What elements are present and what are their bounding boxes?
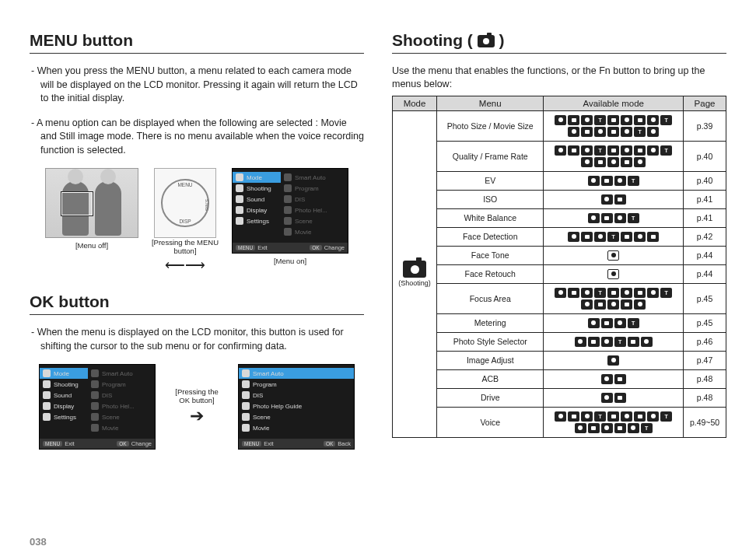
menu-cell: Focus Area <box>437 283 544 313</box>
mode-icon <box>594 157 606 167</box>
mode-icon <box>647 115 659 125</box>
available-mode-cell <box>544 351 684 369</box>
mode-icon <box>601 423 613 433</box>
mode-icon <box>621 127 632 137</box>
mode-icon <box>628 176 639 186</box>
mode-icon <box>614 337 626 347</box>
mode-icon <box>555 145 566 156</box>
mode-icon <box>594 127 606 137</box>
menu-cell: Face Retouch <box>437 264 544 283</box>
page-cell: p.48 <box>684 388 726 407</box>
th-page: Page <box>684 96 726 110</box>
menu-cell: Quality / Frame Rate <box>437 141 544 171</box>
mode-icon <box>555 115 566 125</box>
mode-icon <box>588 318 600 328</box>
mode-icon <box>601 318 613 328</box>
mode-icon <box>575 337 586 347</box>
mode-icon <box>621 157 632 167</box>
mode-icon <box>614 374 626 384</box>
mode-icon <box>621 411 632 422</box>
page-cell: p.42 <box>684 227 726 246</box>
menu-cell: ACB <box>437 369 544 388</box>
camera-icon <box>478 35 495 47</box>
mode-icon <box>614 423 626 433</box>
mode-icon <box>607 232 619 242</box>
mode-icon <box>607 411 619 422</box>
mode-icon <box>634 145 646 156</box>
mode-icon <box>588 337 600 347</box>
mode-icon <box>581 232 593 242</box>
mode-icon <box>568 232 579 242</box>
menu-button-para1: - When you press the MENU button, a menu… <box>30 65 364 106</box>
available-mode-cell <box>544 313 684 332</box>
mode-icon <box>621 115 632 125</box>
heading-menu-button: MENU button <box>30 31 364 54</box>
menu-cell: Face Detection <box>437 227 544 246</box>
lcd-menu-on: ModeShootingSoundDisplaySettingsSmart Au… <box>232 168 348 254</box>
mode-icon <box>601 374 613 384</box>
mode-icon <box>647 127 659 137</box>
page-cell: p.44 <box>684 264 726 283</box>
page-number: 038 <box>30 536 47 548</box>
mode-icon <box>607 250 619 261</box>
mode-icon <box>634 288 646 298</box>
page-cell: p.47 <box>684 351 726 369</box>
mode-icon <box>594 299 606 310</box>
double-arrow-icon: ⟵⟶ <box>165 257 205 274</box>
mode-icon <box>601 176 613 186</box>
mode-icon <box>607 355 619 366</box>
mode-icon <box>568 411 579 422</box>
shooting-intro: Use the menu that enables the functions,… <box>392 65 726 91</box>
menu-cell: Photo Size / Movie Size <box>437 110 544 141</box>
mode-icon <box>660 288 672 298</box>
page-cell: p.48 <box>684 369 726 388</box>
mode-icon <box>601 194 613 205</box>
mode-icon <box>607 299 619 310</box>
mode-icon <box>647 145 659 156</box>
mode-icon <box>581 115 593 125</box>
available-mode-cell <box>544 332 684 351</box>
mode-icon <box>614 213 626 223</box>
mode-icon <box>634 232 646 242</box>
mode-icon <box>607 157 619 167</box>
mode-icon <box>581 299 593 310</box>
menu-button-para2: - A menu option can be displayed when th… <box>30 117 364 158</box>
mode-icon <box>614 176 626 186</box>
menu-cell: Photo Style Selector <box>437 332 544 351</box>
available-mode-cell <box>544 227 684 246</box>
mode-icon <box>641 423 653 433</box>
mode-icon <box>575 423 586 433</box>
heading-ok-button: OK button <box>30 292 364 315</box>
available-mode-cell <box>544 190 684 208</box>
available-mode-cell <box>544 246 684 264</box>
page-cell: p.45 <box>684 283 726 313</box>
mode-icon <box>621 232 632 242</box>
menu-cell: Face Tone <box>437 246 544 264</box>
mode-icon <box>555 411 566 422</box>
mode-icon <box>621 288 632 298</box>
available-mode-cell <box>544 141 684 171</box>
mode-icon <box>581 411 593 422</box>
lcd-before-ok: ModeShootingSoundDisplaySettingsSmart Au… <box>39 364 156 450</box>
pressing-menu-label: [Pressing the MENU button] <box>146 238 224 255</box>
lcd-after-ok: Smart AutoProgramDISPhoto Help GuideScen… <box>238 364 355 450</box>
mode-icon <box>607 115 619 125</box>
menu-cell: Voice <box>437 407 544 437</box>
mode-icon <box>660 411 672 422</box>
mode-icon <box>568 145 579 156</box>
pressing-ok-label: [Pressing the OK button] <box>170 387 224 404</box>
page-cell: p.39 <box>684 110 726 141</box>
page-cell: p.49~50 <box>684 407 726 437</box>
mode-icon <box>628 213 639 223</box>
mode-icon <box>588 176 600 186</box>
page-cell: p.41 <box>684 190 726 208</box>
page-cell: p.40 <box>684 141 726 171</box>
mode-icon <box>607 127 619 137</box>
mode-icon <box>647 232 659 242</box>
mode-icon <box>660 145 672 156</box>
menu-cell: Drive <box>437 388 544 407</box>
mode-icon <box>628 318 639 328</box>
page-cell: p.40 <box>684 171 726 190</box>
mode-cell: (Shooting) <box>393 110 437 437</box>
menu-cell: Metering <box>437 313 544 332</box>
